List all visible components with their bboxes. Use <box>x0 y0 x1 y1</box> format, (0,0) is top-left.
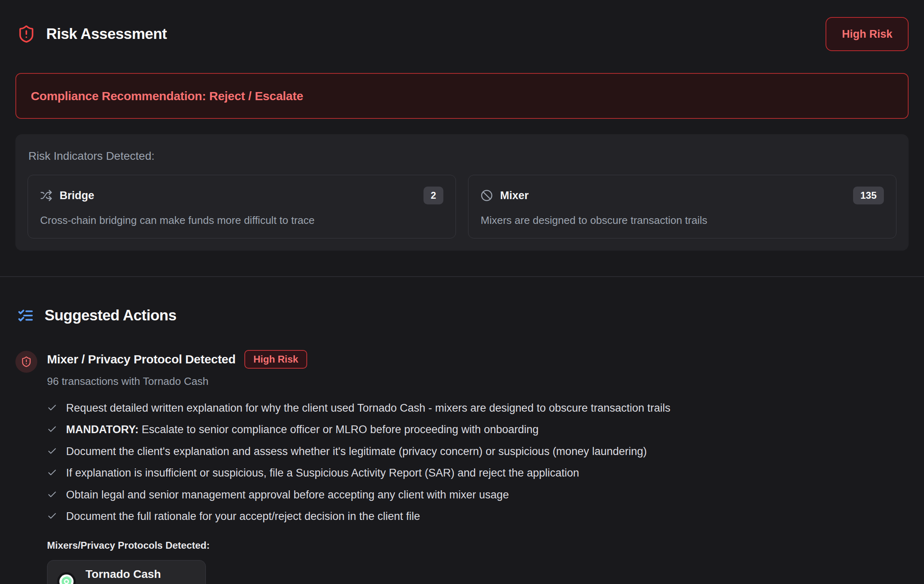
action-step: Document the full rationale for your acc… <box>47 510 909 523</box>
step-prefix: MANDATORY: <box>66 423 139 436</box>
step-body: Obtain legal and senior management appro… <box>66 489 509 501</box>
risk-indicator-card-bridge[interactable]: Bridge 2 Cross-chain bridging can make f… <box>28 175 456 238</box>
risk-indicators-panel: Risk Indicators Detected: Bridge 2 <box>15 134 909 251</box>
shield-alert-icon <box>15 351 37 373</box>
step-text: Document the full rationale for your acc… <box>66 510 420 523</box>
protocols-detected-label: Mixers/Privacy Protocols Detected: <box>47 540 909 551</box>
step-text: Document the client's explanation and as… <box>66 445 647 458</box>
protocol-info: Tornado Cash $28,703,158 • 96 indirect <box>86 568 193 584</box>
check-icon <box>47 490 57 500</box>
action-step: If explanation is insufficient or suspic… <box>47 466 909 479</box>
step-text: Request detailed written explanation for… <box>66 402 670 414</box>
action-subtitle: 96 transactions with Tornado Cash <box>47 375 909 388</box>
suggested-actions-section: Suggested Actions Mixer / Privacy Protoc… <box>0 307 924 584</box>
tornado-cash-logo-icon <box>56 571 77 584</box>
action-title-row: Mixer / Privacy Protocol Detected High R… <box>47 350 909 369</box>
step-body: Document the client's explanation and as… <box>66 445 647 457</box>
shield-alert-icon <box>17 25 36 43</box>
action-step: Document the client's explanation and as… <box>47 445 909 458</box>
protocol-card-tornado-cash[interactable]: Tornado Cash $28,703,158 • 96 indirect <box>47 560 206 584</box>
indicator-name: Bridge <box>60 189 94 202</box>
suggested-actions-title: Suggested Actions <box>45 307 176 324</box>
indicator-count-badge: 2 <box>424 187 443 204</box>
check-icon <box>47 403 57 413</box>
card-head: Mixer 135 <box>481 187 884 204</box>
check-icon <box>47 446 57 456</box>
compliance-recommendation-banner: Compliance Recommendation: Reject / Esca… <box>15 73 909 119</box>
step-body: Escalate to senior compliance officer or… <box>139 423 539 436</box>
step-body: Request detailed written explanation for… <box>66 402 670 414</box>
header: Risk Assessment High Risk <box>0 0 924 51</box>
shuffle-icon <box>40 189 52 202</box>
list-checks-icon <box>17 307 34 324</box>
action-step: Obtain legal and senior management appro… <box>47 488 909 501</box>
suggested-actions-header: Suggested Actions <box>15 307 909 324</box>
step-text: MANDATORY: Escalate to senior compliance… <box>66 423 539 436</box>
action-step: MANDATORY: Escalate to senior compliance… <box>47 423 909 436</box>
indicator-count-badge: 135 <box>853 187 884 204</box>
risk-indicator-card-mixer[interactable]: Mixer 135 Mixers are designed to obscure… <box>468 175 896 238</box>
section-divider <box>0 276 924 277</box>
indicator-description: Cross-chain bridging can make funds more… <box>40 214 443 227</box>
header-left: Risk Assessment <box>17 25 167 43</box>
protocol-name: Tornado Cash <box>86 568 193 581</box>
overall-risk-badge: High Risk <box>826 17 909 51</box>
step-text: If explanation is insufficient or suspic… <box>66 466 579 479</box>
step-body: Document the full rationale for your acc… <box>66 510 420 522</box>
check-icon <box>47 424 57 434</box>
check-icon <box>47 468 57 478</box>
action-risk-badge: High Risk <box>244 350 307 369</box>
indicator-name: Mixer <box>500 189 529 202</box>
action-title: Mixer / Privacy Protocol Detected <box>47 352 235 366</box>
action-item-mixer: Mixer / Privacy Protocol Detected High R… <box>15 350 909 584</box>
risk-assessment-page: Risk Assessment High Risk Compliance Rec… <box>0 0 924 584</box>
risk-indicators-label: Risk Indicators Detected: <box>28 150 896 163</box>
indicator-description: Mixers are designed to obscure transacti… <box>481 214 884 227</box>
step-text: Obtain legal and senior management appro… <box>66 488 509 501</box>
compliance-recommendation-text: Compliance Recommendation: Reject / Esca… <box>31 89 303 103</box>
risk-indicator-cards: Bridge 2 Cross-chain bridging can make f… <box>28 175 896 238</box>
card-head: Bridge 2 <box>40 187 443 204</box>
action-body: Mixer / Privacy Protocol Detected High R… <box>47 350 909 584</box>
ban-icon <box>481 189 493 202</box>
page-title: Risk Assessment <box>46 26 167 43</box>
action-steps: Request detailed written explanation for… <box>47 402 909 523</box>
step-body: If explanation is insufficient or suspic… <box>66 467 579 479</box>
action-step: Request detailed written explanation for… <box>47 402 909 414</box>
check-icon <box>47 511 57 521</box>
